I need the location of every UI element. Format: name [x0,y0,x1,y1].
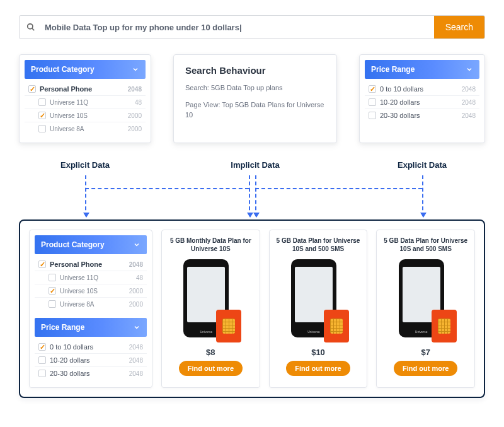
results-container: Product Category Personal Phone 2048 Uni… [19,219,485,398]
connector-line [85,188,249,189]
filter-item-label: 10-20 dollars [50,356,90,364]
filter-item[interactable]: 0 to 10 dollars 2048 [365,83,479,96]
search-behaviour-panel: Search Behaviour Search: 5GB Data Top up… [173,54,337,143]
sim-card-icon [432,310,457,342]
filter-item-sub[interactable]: Universe 11Q 48 [35,271,147,284]
checkbox-icon[interactable] [38,260,46,268]
filter-item[interactable]: 10-20 dollars 2048 [365,96,479,109]
checkbox-icon[interactable] [369,98,376,106]
filter-item[interactable]: 0 to 10 dollars 2048 [35,341,147,354]
filter-item-label: Personal Phone [40,85,92,93]
filter-item-label: Universe 8A [60,301,94,308]
svg-line-1 [32,28,35,31]
caption-left: Explicit Data [19,160,151,170]
product-price: $7 [421,348,430,357]
chevron-down-icon [133,324,140,331]
filter-item-label: Universe 8A [50,126,84,132]
filter-header-price[interactable]: Price Range [35,318,147,337]
find-out-more-button[interactable]: Find out more [286,361,350,376]
checkbox-icon[interactable] [28,85,36,93]
chevron-down-icon [133,241,140,249]
filter-item-label: 10-20 dollars [380,98,420,106]
search-input[interactable] [42,16,434,38]
filter-list-price: 0 to 10 dollars 2048 10-20 dollars 2048 … [365,79,479,124]
filter-item-count: 2000 [128,112,142,119]
filter-item-count: 2000 [128,126,142,132]
results-sidebar: Product Category Personal Phone 2048 Uni… [29,230,152,388]
search-button[interactable]: Search [434,16,484,38]
product-image: Universe [291,259,345,341]
checkbox-icon[interactable] [369,85,376,93]
filter-item-label: Universe 11Q [60,274,98,281]
product-title: 5 GB Data Plan for Universe 10S and 500 … [382,237,469,254]
filter-item-count: 2048 [129,370,143,377]
filter-item-count: 48 [135,99,142,106]
filter-item-label: 0 to 10 dollars [380,85,423,93]
filter-list-price: 0 to 10 dollars 2048 10-20 dollars 2048 … [35,337,147,382]
filter-item-label: 20-30 dollars [380,112,420,119]
filter-header-category[interactable]: Product Category [35,235,147,254]
checkbox-icon[interactable] [38,370,46,377]
filter-item-label: Universe 11Q [50,99,88,106]
filter-item-sub[interactable]: Universe 11Q 48 [25,96,146,109]
filter-header-label: Price Range [41,323,84,332]
filter-header-category[interactable]: Product Category [25,60,146,79]
checkbox-icon[interactable] [38,125,46,132]
filter-item-count: 2048 [129,357,143,364]
sim-card-icon [324,310,349,342]
caption-right: Explicit Data [359,160,485,170]
filter-item-sub[interactable]: Universe 10S 2000 [25,109,146,122]
chevron-down-icon [132,66,139,73]
filter-item-label: Universe 10S [50,112,88,119]
product-card: 5 GB Data Plan for Universe 10S and 500 … [269,230,368,388]
search-icon [20,16,42,38]
checkbox-icon[interactable] [38,343,46,351]
checkbox-icon[interactable] [38,112,46,119]
product-card: 5 GB Monthly Data Plan for Universe 10S … [161,230,260,388]
product-image: Universe [399,259,453,341]
checkbox-icon[interactable] [38,356,46,364]
caption-center: Implicit Data [173,160,337,170]
behaviour-title: Search Behaviour [185,65,325,76]
filter-item-count: 2048 [462,86,476,93]
find-out-more-button[interactable]: Find out more [394,361,457,376]
filter-item-parent[interactable]: Personal Phone 2048 [35,258,147,271]
filter-item-label: 20-30 dollars [50,370,90,377]
filter-item[interactable]: 10-20 dollars 2048 [35,354,147,367]
filter-item-parent[interactable]: Personal Phone 2048 [25,83,146,96]
filter-item-sub[interactable]: Universe 8A 2000 [35,298,147,310]
filter-item-sub[interactable]: Universe 8A 2000 [25,122,146,135]
find-out-more-button[interactable]: Find out more [179,361,243,376]
behaviour-line: Page View: Top 5GB Data Plans for Univer… [185,100,325,120]
checkbox-icon[interactable] [49,300,56,308]
filter-header-label: Product Category [41,240,105,249]
arrow-icon [85,175,86,216]
arrow-icon [255,175,256,216]
product-category-panel: Product Category Personal Phone 2048 Uni… [19,54,151,143]
product-price: $8 [206,348,215,357]
filter-item-count: 2048 [128,86,142,93]
checkbox-icon[interactable] [369,112,376,119]
sim-card-icon [216,310,241,342]
product-card: 5 GB Data Plan for Universe 10S and 500 … [376,230,475,388]
filter-item-sub[interactable]: Universe 10S 2000 [35,284,147,298]
filter-header-label: Price Range [371,65,415,74]
checkbox-icon[interactable] [49,274,56,281]
search-bar: Search [19,15,485,39]
filter-header-price[interactable]: Price Range [365,60,479,79]
top-panels: Product Category Personal Phone 2048 Uni… [19,54,485,143]
checkbox-icon[interactable] [49,287,56,295]
filter-item-count: 2048 [462,99,476,106]
checkbox-icon[interactable] [38,98,46,106]
filter-item[interactable]: 20-30 dollars 2048 [35,367,147,380]
product-title: 5 GB Data Plan for Universe 10S and 500 … [275,237,362,254]
filter-item-count: 2000 [129,301,143,308]
filter-item-label: Universe 10S [60,288,98,295]
filter-header-label: Product Category [31,65,94,74]
filter-item-count: 2048 [129,261,143,268]
product-price: $10 [311,348,325,357]
filter-item-count: 2000 [129,288,143,295]
captions-row: Explicit Data Implicit Data Explicit Dat… [19,160,485,170]
chevron-down-icon [466,66,473,73]
filter-item[interactable]: 20-30 dollars 2048 [365,109,479,122]
